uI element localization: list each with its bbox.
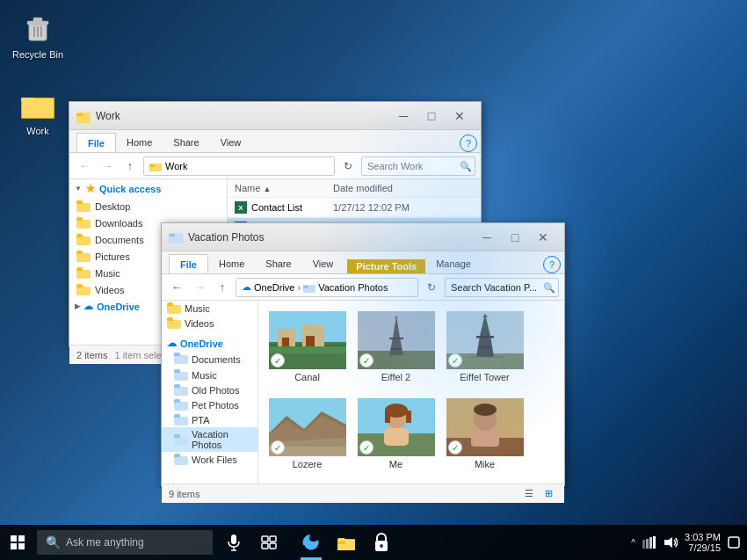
work-refresh-button[interactable]: ↻ <box>338 156 358 176</box>
vac-sidebar-old-photos[interactable]: Old Photos <box>162 382 257 397</box>
mike-check-icon: ✓ <box>448 440 462 455</box>
vac-old-photos-label: Old Photos <box>192 385 239 396</box>
sidebar-item-desktop[interactable]: Desktop <box>69 198 227 215</box>
taskbar-explorer-button[interactable] <box>329 525 364 560</box>
file-explorer-icon <box>337 534 356 551</box>
vacation-tab-home[interactable]: Home <box>208 254 255 273</box>
work-up-button[interactable]: ↑ <box>120 156 140 176</box>
vac-sidebar-onedrive-header[interactable]: ☁ OneDrive <box>162 336 257 351</box>
vacation-tab-view[interactable]: View <box>302 254 344 273</box>
network-icon[interactable] <box>642 536 656 549</box>
photo-thumb-mike: ✓ <box>446 398 524 456</box>
svg-rect-26 <box>306 336 315 346</box>
onedrive-path-icon: ☁ <box>242 281 251 293</box>
mike-label: Mike <box>475 459 495 469</box>
vacation-search-input[interactable] <box>445 278 559 297</box>
recycle-bin-icon[interactable]: Recycle Bin <box>7 7 69 63</box>
vacation-address-path[interactable]: ☁ OneDrive › Vacation Photos <box>236 278 418 297</box>
work-close-button[interactable]: ✕ <box>446 104 474 128</box>
svg-rect-66 <box>270 536 276 542</box>
taskbar-mic-button[interactable] <box>216 525 251 560</box>
vacation-sidebar: Music Videos ☁ OneDrive Documents <box>162 301 258 484</box>
vac-sidebar-music2[interactable]: Music <box>162 367 257 382</box>
photo-item-lozere[interactable]: ✓ Lozere <box>265 395 349 476</box>
eiffel-tower-label: Eiffel Tower <box>460 372 509 382</box>
svg-rect-56 <box>471 431 499 447</box>
vacation-refresh-button[interactable]: ↻ <box>422 278 441 297</box>
eiffel2-check-icon: ✓ <box>359 353 374 367</box>
work-back-button[interactable]: ← <box>75 156 94 176</box>
work-help-button[interactable]: ? <box>460 135 477 152</box>
work-forward-button[interactable]: → <box>98 156 117 176</box>
taskbar-search[interactable]: 🔍 Ask me anything <box>37 530 213 555</box>
vac-sidebar-pta[interactable]: PTA <box>162 412 257 427</box>
vacation-maximize-button[interactable]: □ <box>501 225 529 250</box>
volume-icon[interactable] <box>664 536 678 549</box>
vacation-tab-manage[interactable]: Manage <box>425 254 482 273</box>
vacation-picture-tools-tab[interactable]: Picture Tools <box>347 259 425 273</box>
work-minimize-button[interactable]: ─ <box>389 104 417 128</box>
work-filedate-contactlist: 1/27/12 12:02 PM <box>333 202 474 213</box>
taskbar-edge-button[interactable] <box>294 525 329 560</box>
work-col-date[interactable]: Date modified <box>333 183 474 193</box>
svg-rect-52 <box>406 411 411 423</box>
vac-sidebar-pet-photos[interactable]: Pet Photos <box>162 397 257 412</box>
vac-work-files-icon <box>174 454 188 465</box>
excel-icon-contactlist: X <box>235 201 247 214</box>
taskbar-taskview-button[interactable] <box>251 525 286 560</box>
vacation-up-button[interactable]: ↑ <box>213 278 232 297</box>
vac-sidebar-documents[interactable]: Documents <box>162 351 257 367</box>
vacation-minimize-button[interactable]: ─ <box>473 225 501 250</box>
work-tab-file[interactable]: File <box>76 133 116 152</box>
desktop: Recycle Bin Work Work ─ □ <box>0 0 747 560</box>
svg-rect-25 <box>282 338 289 346</box>
photo-item-eiffel-tower[interactable]: ✓ Eiffel Tower <box>443 308 526 389</box>
work-maximize-button[interactable]: □ <box>417 104 446 128</box>
taskbar-tray-chevron-icon[interactable]: ^ <box>631 538 635 548</box>
work-tab-home[interactable]: Home <box>116 133 163 152</box>
taskbar-lock-button[interactable] <box>364 525 399 560</box>
work-file-row-contactlist[interactable]: X Contact List 1/27/12 12:02 PM <box>228 198 481 218</box>
edge-icon <box>301 533 321 552</box>
vac-sidebar-vacation-photos[interactable]: Vacation Photos <box>162 427 257 452</box>
svg-rect-62 <box>231 535 236 544</box>
vacation-help-button[interactable]: ? <box>543 256 561 273</box>
work-tab-share[interactable]: Share <box>163 133 209 152</box>
work-window-titlebar: Work ─ □ ✕ <box>69 102 481 130</box>
work-folder-desktop-icon[interactable]: Work <box>7 84 69 140</box>
vacation-close-button[interactable]: ✕ <box>529 225 557 250</box>
photo-item-mike[interactable]: ✓ Mike <box>443 395 526 476</box>
work-search-input[interactable] <box>361 156 475 176</box>
eiffel-tower-check-icon: ✓ <box>448 353 462 367</box>
svg-rect-13 <box>76 113 83 116</box>
notifications-icon[interactable] <box>728 536 740 549</box>
vacation-status-count: 9 items <box>169 489 199 499</box>
start-button[interactable] <box>0 525 35 560</box>
vac-old-photos-icon <box>174 384 188 396</box>
onedrive-cloud-icon: ☁ <box>83 301 93 312</box>
vacation-forward-button[interactable]: → <box>190 278 209 297</box>
vac-sidebar-music[interactable]: Music <box>162 301 257 316</box>
breadcrumb-arrow-icon: › <box>297 282 301 293</box>
vac-pta-label: PTA <box>192 415 210 425</box>
vacation-back-button[interactable]: ← <box>167 278 186 297</box>
svg-rect-27 <box>269 346 346 353</box>
work-address-path[interactable]: Work <box>143 156 335 176</box>
work-col-name[interactable]: Name ▲ <box>235 183 333 193</box>
vacation-tab-share[interactable]: Share <box>255 254 301 273</box>
vacation-tab-file[interactable]: File <box>169 254 208 273</box>
vac-pet-photos-icon <box>174 399 188 411</box>
photo-item-eiffel2[interactable]: ✓ Eiffel 2 <box>354 308 438 389</box>
taskbar-clock[interactable]: 3:03 PM 7/29/15 <box>685 532 721 553</box>
photo-item-canal[interactable]: ✓ Canal <box>265 308 349 389</box>
vacation-list-view-button[interactable]: ☰ <box>520 486 538 502</box>
vac-sidebar-videos[interactable]: Videos <box>162 316 257 331</box>
vac-sidebar-work-files[interactable]: Work Files <box>162 452 257 467</box>
svg-point-74 <box>380 544 383 548</box>
work-quick-access-header[interactable]: ▼ ★ Quick access <box>69 179 227 198</box>
photo-item-me[interactable]: ✓ Me <box>354 395 438 476</box>
vacation-grid-view-button[interactable]: ⊞ <box>540 486 557 502</box>
work-tab-view[interactable]: View <box>210 133 252 152</box>
svg-rect-59 <box>18 535 25 542</box>
vacation-ribbon-tabs: File Home Share View Picture Tools Manag… <box>162 251 564 274</box>
